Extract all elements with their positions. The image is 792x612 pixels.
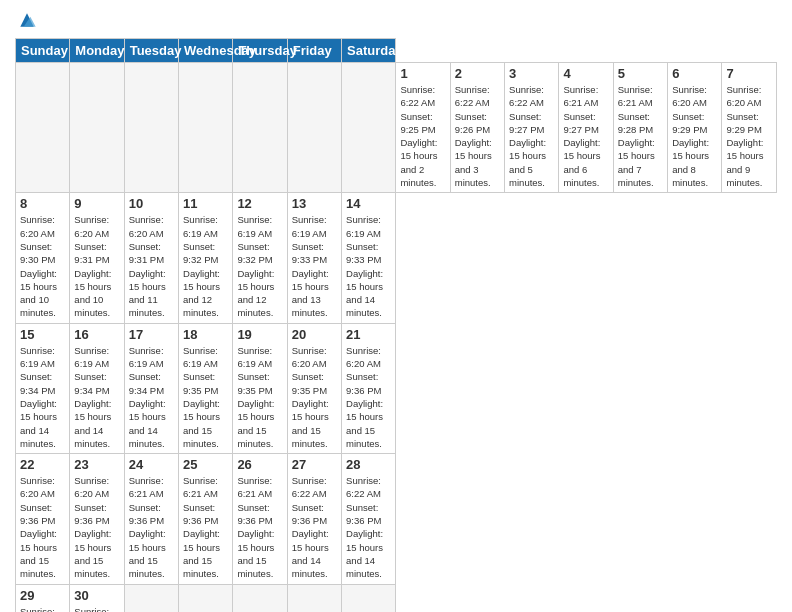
daylight: Daylight: 15 hours and 15 minutes. [183, 398, 220, 449]
week-row-5: 29 Sunrise: 6:23 AM Sunset: 9:36 PM Dayl… [16, 584, 777, 612]
daylight: Daylight: 15 hours and 15 minutes. [129, 528, 166, 579]
day-number: 17 [129, 327, 174, 342]
day-info: Sunrise: 6:19 AM Sunset: 9:32 PM Dayligh… [183, 213, 228, 319]
sunrise: Sunrise: 6:22 AM [509, 84, 544, 108]
calendar-cell: 30 Sunrise: 6:23 AM Sunset: 9:36 PM Dayl… [70, 584, 124, 612]
sunset: Sunset: 9:36 PM [346, 502, 381, 526]
sunset: Sunset: 9:36 PM [20, 502, 55, 526]
sunset: Sunset: 9:35 PM [237, 371, 272, 395]
sunrise: Sunrise: 6:22 AM [400, 84, 435, 108]
day-info: Sunrise: 6:21 AM Sunset: 9:36 PM Dayligh… [237, 474, 282, 580]
daylight: Daylight: 15 hours and 14 minutes. [74, 398, 111, 449]
day-number: 11 [183, 196, 228, 211]
sunrise: Sunrise: 6:22 AM [292, 475, 327, 499]
col-header-friday: Friday [287, 39, 341, 63]
col-header-wednesday: Wednesday [179, 39, 233, 63]
daylight: Daylight: 15 hours and 15 minutes. [292, 398, 329, 449]
calendar-cell: 15 Sunrise: 6:19 AM Sunset: 9:34 PM Dayl… [16, 323, 70, 453]
col-header-sunday: Sunday [16, 39, 70, 63]
col-header-tuesday: Tuesday [124, 39, 178, 63]
day-info: Sunrise: 6:21 AM Sunset: 9:28 PM Dayligh… [618, 83, 663, 189]
sunset: Sunset: 9:34 PM [20, 371, 55, 395]
day-info: Sunrise: 6:22 AM Sunset: 9:25 PM Dayligh… [400, 83, 445, 189]
calendar-cell: 11 Sunrise: 6:19 AM Sunset: 9:32 PM Dayl… [179, 193, 233, 323]
sunrise: Sunrise: 6:19 AM [292, 214, 327, 238]
daylight: Daylight: 15 hours and 7 minutes. [618, 137, 655, 188]
sunrise: Sunrise: 6:20 AM [292, 345, 327, 369]
daylight: Daylight: 15 hours and 13 minutes. [292, 268, 329, 319]
calendar-cell: 22 Sunrise: 6:20 AM Sunset: 9:36 PM Dayl… [16, 454, 70, 584]
sunset: Sunset: 9:34 PM [129, 371, 164, 395]
calendar-cell: 20 Sunrise: 6:20 AM Sunset: 9:35 PM Dayl… [287, 323, 341, 453]
sunset: Sunset: 9:36 PM [237, 502, 272, 526]
day-number: 4 [563, 66, 608, 81]
sunset: Sunset: 9:36 PM [183, 502, 218, 526]
day-info: Sunrise: 6:19 AM Sunset: 9:34 PM Dayligh… [74, 344, 119, 450]
calendar-cell: 9 Sunrise: 6:20 AM Sunset: 9:31 PM Dayli… [70, 193, 124, 323]
calendar-cell [342, 584, 396, 612]
calendar-cell: 3 Sunrise: 6:22 AM Sunset: 9:27 PM Dayli… [505, 63, 559, 193]
calendar-cell: 24 Sunrise: 6:21 AM Sunset: 9:36 PM Dayl… [124, 454, 178, 584]
sunrise: Sunrise: 6:20 AM [74, 475, 109, 499]
day-number: 20 [292, 327, 337, 342]
day-info: Sunrise: 6:20 AM Sunset: 9:31 PM Dayligh… [129, 213, 174, 319]
day-number: 14 [346, 196, 391, 211]
calendar-cell: 21 Sunrise: 6:20 AM Sunset: 9:36 PM Dayl… [342, 323, 396, 453]
sunrise: Sunrise: 6:19 AM [74, 345, 109, 369]
calendar-cell [16, 63, 70, 193]
day-info: Sunrise: 6:19 AM Sunset: 9:33 PM Dayligh… [346, 213, 391, 319]
sunrise: Sunrise: 6:22 AM [346, 475, 381, 499]
day-number: 26 [237, 457, 282, 472]
day-info: Sunrise: 6:20 AM Sunset: 9:29 PM Dayligh… [672, 83, 717, 189]
day-info: Sunrise: 6:22 AM Sunset: 9:36 PM Dayligh… [346, 474, 391, 580]
sunrise: Sunrise: 6:19 AM [183, 214, 218, 238]
day-number: 15 [20, 327, 65, 342]
daylight: Daylight: 15 hours and 6 minutes. [563, 137, 600, 188]
day-number: 13 [292, 196, 337, 211]
sunrise: Sunrise: 6:21 AM [129, 475, 164, 499]
day-number: 8 [20, 196, 65, 211]
sunset: Sunset: 9:29 PM [672, 111, 707, 135]
day-info: Sunrise: 6:19 AM Sunset: 9:32 PM Dayligh… [237, 213, 282, 319]
calendar-cell [233, 584, 287, 612]
day-number: 29 [20, 588, 65, 603]
day-info: Sunrise: 6:22 AM Sunset: 9:27 PM Dayligh… [509, 83, 554, 189]
sunset: Sunset: 9:30 PM [20, 241, 55, 265]
calendar-cell: 7 Sunrise: 6:20 AM Sunset: 9:29 PM Dayli… [722, 63, 777, 193]
day-number: 5 [618, 66, 663, 81]
day-info: Sunrise: 6:21 AM Sunset: 9:27 PM Dayligh… [563, 83, 608, 189]
sunset: Sunset: 9:33 PM [292, 241, 327, 265]
calendar-cell [233, 63, 287, 193]
day-number: 22 [20, 457, 65, 472]
day-number: 23 [74, 457, 119, 472]
day-info: Sunrise: 6:20 AM Sunset: 9:29 PM Dayligh… [726, 83, 772, 189]
day-info: Sunrise: 6:21 AM Sunset: 9:36 PM Dayligh… [129, 474, 174, 580]
calendar-cell: 18 Sunrise: 6:19 AM Sunset: 9:35 PM Dayl… [179, 323, 233, 453]
sunset: Sunset: 9:36 PM [346, 371, 381, 395]
day-number: 30 [74, 588, 119, 603]
day-info: Sunrise: 6:19 AM Sunset: 9:34 PM Dayligh… [129, 344, 174, 450]
sunset: Sunset: 9:31 PM [74, 241, 109, 265]
col-header-saturday: Saturday [342, 39, 396, 63]
day-number: 9 [74, 196, 119, 211]
calendar-cell: 8 Sunrise: 6:20 AM Sunset: 9:30 PM Dayli… [16, 193, 70, 323]
daylight: Daylight: 15 hours and 14 minutes. [346, 528, 383, 579]
daylight: Daylight: 15 hours and 3 minutes. [455, 137, 492, 188]
calendar-cell [70, 63, 124, 193]
calendar-cell: 2 Sunrise: 6:22 AM Sunset: 9:26 PM Dayli… [450, 63, 504, 193]
sunset: Sunset: 9:36 PM [74, 502, 109, 526]
daylight: Daylight: 15 hours and 15 minutes. [237, 528, 274, 579]
calendar-cell [342, 63, 396, 193]
header [15, 10, 777, 30]
sunset: Sunset: 9:35 PM [183, 371, 218, 395]
col-header-monday: Monday [70, 39, 124, 63]
logo [15, 10, 37, 30]
day-number: 18 [183, 327, 228, 342]
day-info: Sunrise: 6:22 AM Sunset: 9:26 PM Dayligh… [455, 83, 500, 189]
calendar-cell: 28 Sunrise: 6:22 AM Sunset: 9:36 PM Dayl… [342, 454, 396, 584]
calendar-cell [287, 584, 341, 612]
sunset: Sunset: 9:29 PM [726, 111, 761, 135]
sunrise: Sunrise: 6:20 AM [74, 214, 109, 238]
calendar: SundayMondayTuesdayWednesdayThursdayFrid… [15, 38, 777, 612]
sunrise: Sunrise: 6:20 AM [672, 84, 707, 108]
